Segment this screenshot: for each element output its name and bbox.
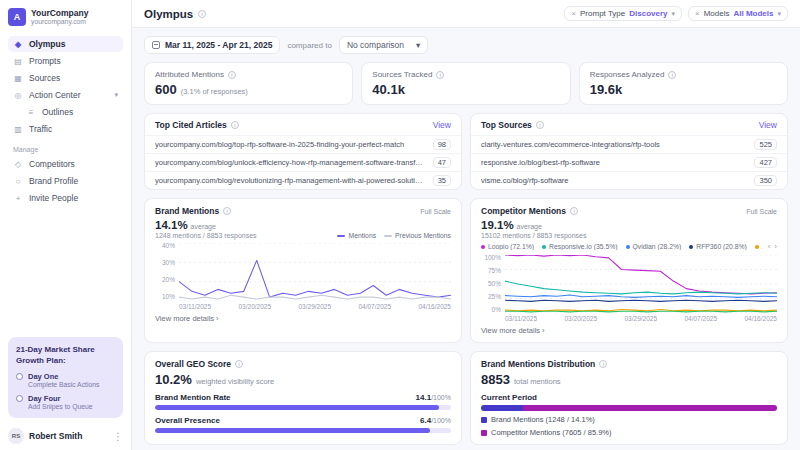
models-filter[interactable]: × Models All Models ▾ (688, 6, 788, 21)
sidebar-item-outlines[interactable]: ≡Outlines (8, 104, 123, 120)
stat-card-sources-tracked: Sources Trackedi40.1k (361, 62, 570, 105)
chart-stat-block: 19.1% average 15102 mentions / 8853 resp… (481, 219, 586, 239)
chart-area: 40%30%20%10% (155, 243, 451, 301)
comparison-select[interactable]: No comparison ▾ (339, 36, 428, 54)
legend-next-icon[interactable]: › (774, 242, 777, 251)
table-row[interactable]: responsive.io/blog/best-rfp-software427 (471, 153, 787, 171)
filter-label: Prompt Type (580, 9, 625, 18)
distribution-legend-item: Brand Mentions (1248 / 14.1%) (481, 415, 777, 424)
prompt-type-filter[interactable]: × Prompt Type Discovery ▾ (564, 6, 682, 21)
x-tick-label: 03/29/2025 (624, 315, 657, 322)
step-circle-icon (16, 395, 23, 402)
stat-value: 40.1k (372, 82, 405, 97)
stat-label: Sources Trackedi (372, 70, 559, 79)
legend-swatch (337, 235, 345, 237)
y-tick-label: 40% (162, 243, 175, 250)
legend-label: Responsive.io (35.5%) (549, 243, 617, 250)
date-range-picker[interactable]: Mar 11, 2025 - Apr 21, 2025 (144, 36, 280, 54)
legend-swatch (626, 245, 630, 249)
growth-plan-title: 21-Day Market Share Growth Plan: (16, 345, 115, 366)
filter-chips: × Prompt Type Discovery ▾ × Models All M… (564, 6, 788, 21)
view-more-details-link[interactable]: View more details › (481, 326, 777, 335)
sidebar-item-competitors[interactable]: ◇Competitors (8, 156, 123, 172)
chevron-down-icon: ▾ (114, 91, 118, 99)
legend-item-arphie-4-6[interactable]: Arphie (4.6%) (755, 243, 762, 250)
view-link[interactable]: View (433, 120, 451, 130)
legend-swatch (481, 417, 487, 423)
card-header: Brand Mentions Distribution i (481, 359, 777, 369)
workspace-switcher[interactable]: A YourCompany yourcompany.com (8, 8, 123, 26)
user-more-options-icon[interactable]: ⋮ (113, 431, 123, 442)
bottom-row: Overall GEO Score i 10.2% weighted visib… (144, 351, 788, 445)
competitors-icon: ◇ (13, 160, 23, 169)
table-row[interactable]: visme.co/blog/rfp-software350 (471, 171, 787, 189)
chart-area: 100%75%50%25%0% (481, 255, 777, 313)
calendar-icon (152, 41, 160, 49)
company-domain: yourcompany.com (31, 18, 88, 25)
step-text: Day OneComplete Basic Actions (28, 372, 99, 388)
competitor-mentions-chart[interactable] (505, 255, 777, 313)
chart-legend: MentionsPrevious Mentions (337, 232, 451, 239)
view-more-details-link[interactable]: View more details › (155, 314, 451, 323)
metric-bar-fill (155, 405, 439, 410)
count-badge: 350 (754, 175, 777, 186)
brand-mentions-distribution-card: Brand Mentions Distribution i 8853 total… (470, 351, 788, 445)
legend-item-qvidian-28-2[interactable]: Qvidian (28.2%) (626, 243, 682, 250)
metric-row: Overall Presence6.4/100% (155, 416, 451, 425)
brand-mentions-chart[interactable] (179, 243, 451, 301)
cited-articles-list: yourcompany.com/blog/top-rfp-software-in… (145, 135, 461, 189)
card-title: Top Sources (481, 120, 532, 130)
info-icon: i (668, 71, 676, 79)
sidebar-item-invite-people[interactable]: +Invite People (8, 190, 123, 206)
y-tick-label: 20% (162, 277, 175, 284)
y-tick-label: 100% (484, 255, 501, 262)
geo-score-label: weighted visibility score (196, 377, 274, 386)
y-axis: 40%30%20%10% (155, 243, 179, 301)
stat-label-text: Responses Analyzed (590, 70, 665, 79)
geo-metric-overall-presence: Overall Presence6.4/100% (155, 416, 451, 433)
stat-value-row: 40.1k (372, 82, 559, 97)
tables-row: Top Cited Articles i View yourcompany.co… (144, 113, 788, 190)
sidebar-item-brand-profile[interactable]: ○Brand Profile (8, 173, 123, 189)
sidebar-item-action-center[interactable]: ◎Action Center▾ (8, 87, 123, 103)
table-row[interactable]: yourcompany.com/blog/unlock-efficiency-h… (145, 153, 461, 171)
full-scale-toggle[interactable]: Full Scale (746, 208, 777, 215)
user-menu[interactable]: RS Robert Smith ⋮ (8, 428, 123, 444)
close-icon[interactable]: × (695, 9, 700, 18)
close-icon[interactable]: × (571, 9, 576, 18)
sidebar-item-traffic[interactable]: ▥Traffic (8, 121, 123, 137)
sidebar-item-olympus[interactable]: ◆ Olympus (8, 36, 123, 52)
card-header: Brand Mentions i Full Scale (155, 206, 451, 216)
legend-item-loopio-72-1[interactable]: Loopio (72.1%) (481, 243, 534, 250)
legend-label: RFP360 (20.8%) (696, 243, 747, 250)
legend-label: Qvidian (28.2%) (633, 243, 682, 250)
full-scale-toggle[interactable]: Full Scale (420, 208, 451, 215)
legend-item-rfp360-20-8[interactable]: RFP360 (20.8%) (689, 243, 747, 250)
stat-value-row: 19.6k (590, 82, 777, 97)
user-name: Robert Smith (29, 431, 82, 441)
sidebar-item-label: Traffic (29, 124, 52, 134)
sidebar-item-label: Prompts (29, 56, 61, 66)
table-row[interactable]: yourcompany.com/blog/revolutionizing-rfp… (145, 171, 461, 189)
view-more-label: View more details (155, 314, 214, 323)
step-circle-icon (16, 373, 23, 380)
sidebar-item-sources[interactable]: ▦Sources (8, 70, 123, 86)
chart-stat-block: 14.1% average 1248 mentions / 8853 respo… (155, 219, 257, 239)
info-icon: i (198, 10, 206, 18)
info-icon: i (235, 360, 243, 368)
sidebar-item-prompts[interactable]: ▤Prompts (8, 53, 123, 69)
card-header: Top Sources i View (471, 114, 787, 135)
table-row[interactable]: clarity-ventures.com/ecommerce-integrati… (471, 135, 787, 153)
view-link[interactable]: View (759, 120, 777, 130)
info-icon: i (228, 71, 236, 79)
distribution-segment (523, 405, 777, 411)
y-tick-label: 75% (488, 268, 501, 275)
growth-plan-steps: Day OneComplete Basic ActionsDay FourAdd… (16, 372, 115, 410)
table-row[interactable]: yourcompany.com/blog/top-rfp-software-in… (145, 135, 461, 153)
prompts-icon: ▤ (13, 57, 23, 66)
article-url: yourcompany.com/blog/unlock-efficiency-h… (155, 158, 433, 167)
legend-prev-icon[interactable]: ‹ (768, 242, 771, 251)
avatar: RS (8, 428, 24, 444)
legend-item-responsive-io-35-5[interactable]: Responsive.io (35.5%) (542, 243, 617, 250)
stat-value: 19.6k (590, 82, 623, 97)
